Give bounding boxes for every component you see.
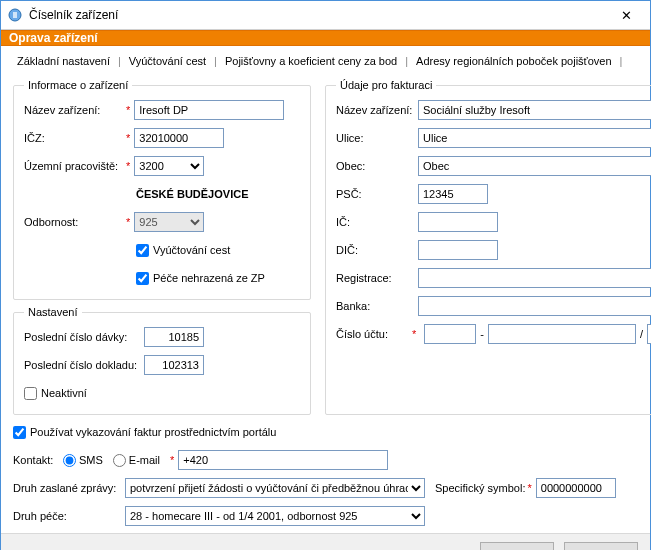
label-dic: DIČ: [336,244,418,256]
tab-vyuctovani-cest[interactable]: Vyúčtování cest [121,52,214,71]
group-legend: Nastavení [24,306,82,318]
tab-adresy-pobocek[interactable]: Adresy regionálních poboček pojišťoven [408,52,620,71]
input-ic[interactable] [418,212,498,232]
input-banka[interactable] [418,296,651,316]
label-posledni-cislo-dokladu: Poslední číslo dokladu: [24,359,144,371]
separator-dash: - [480,328,484,340]
group-udaje-pro-fakturaci: Údaje pro fakturaci Název zařízení: Ulic… [325,79,651,415]
input-registrace[interactable] [418,268,651,288]
app-icon [7,7,23,23]
required-marker: * [126,160,130,172]
checkbox-label: Vyúčtování cest [153,244,230,256]
checkbox-row-pece-nehrazena[interactable]: Péče nehrazená ze ZP [136,272,265,285]
checkbox-label: Používat vykazování faktur prostřednictv… [30,426,276,438]
label-posledni-cislo-davky: Poslední číslo dávky: [24,331,144,343]
checkbox-vykazovani-portal[interactable] [13,426,26,439]
checkbox-row-vyuctovani-cest[interactable]: Vyúčtování cest [136,244,230,257]
label-nazev-zarizeni: Název zařízení: [24,104,124,116]
label-druh-zpravy: Druh zaslané zprávy: [13,482,125,494]
select-druh-zpravy[interactable]: potvrzení přijetí žádosti o vyúčtování č… [125,478,425,498]
label-odbornost: Odbornost: [24,216,124,228]
input-posledni-cislo-dokladu[interactable] [144,355,204,375]
group-legend: Údaje pro fakturaci [336,79,436,91]
checkbox-neaktivni[interactable] [24,387,37,400]
input-nazev-zarizeni-fakt[interactable] [418,100,651,120]
group-legend: Informace o zařízení [24,79,132,91]
input-ucet-cislo[interactable] [488,324,636,344]
window: Číselník zařízení ✕ Oprava zařízení Zákl… [0,0,651,550]
checkbox-label: Neaktivní [41,387,87,399]
titlebar: Číselník zařízení ✕ [1,1,650,30]
label-specificky-symbol: Specifický symbol: [435,482,525,494]
close-icon: ✕ [621,8,632,23]
input-ulice[interactable] [418,128,651,148]
required-marker: * [527,482,531,494]
checkbox-vyuctovani-cest[interactable] [136,244,149,257]
window-title: Číselník zařízení [29,8,606,22]
svg-rect-1 [13,12,17,18]
group-nastaveni: Nastavení Poslední číslo dávky: Poslední… [13,306,311,415]
radio-email-input[interactable] [113,454,126,467]
radio-email[interactable]: E-mail [113,454,160,467]
radio-group-kontakt: SMS E-mail [63,454,160,467]
radio-sms-input[interactable] [63,454,76,467]
content: Informace o zařízení Název zařízení: * I… [1,71,650,533]
storno-button[interactable]: Storno [564,542,638,550]
input-kontakt[interactable] [178,450,388,470]
form-banner-title: Oprava zařízení [9,31,98,45]
radio-sms[interactable]: SMS [63,454,103,467]
checkbox-row-neaktivni[interactable]: Neaktivní [24,387,87,400]
label-obec: Obec: [336,160,418,172]
input-posledni-cislo-davky[interactable] [144,327,204,347]
input-icz[interactable] [134,128,224,148]
group-informace-o-zarizeni: Informace o zařízení Název zařízení: * I… [13,79,311,300]
checkbox-row-vykazovani-portal[interactable]: Používat vykazování faktur prostřednictv… [13,426,276,439]
input-psc[interactable] [418,184,488,204]
tab-strip: Základní nastavení | Vyúčtování cest | P… [1,46,650,71]
required-marker: * [126,132,130,144]
label-icz: IČZ: [24,132,124,144]
input-specificky-symbol[interactable] [536,478,616,498]
select-druh-pece[interactable]: 28 - homecare III - od 1/4 2001, odborno… [125,506,425,526]
label-uzemni-pracoviste: Územní pracoviště: [24,160,124,172]
required-marker: * [126,216,130,228]
required-marker: * [170,454,174,466]
label-ic: IČ: [336,216,418,228]
label-banka: Banka: [336,300,418,312]
label-druh-pece: Druh péče: [13,510,125,522]
form-banner: Oprava zařízení [1,30,650,46]
label-cislo-uctu: Číslo účtu: [336,328,406,340]
label-registrace: Registrace: [336,272,418,284]
tab-separator: | [620,52,623,71]
input-ucet-prefix[interactable] [424,324,476,344]
checkbox-pece-nehrazena[interactable] [136,272,149,285]
button-bar: OK Storno [1,533,650,550]
separator-slash: / [640,328,643,340]
radio-label: E-mail [129,454,160,466]
label-ulice: Ulice: [336,132,418,144]
required-marker: * [412,328,416,340]
tab-pojistovny[interactable]: Pojišťovny a koeficient ceny za bod [217,52,405,71]
label-nazev-zarizeni-fakt: Název zařízení: [336,104,418,116]
label-kontakt: Kontakt: [13,454,63,466]
label-psc: PSČ: [336,188,418,200]
close-button[interactable]: ✕ [606,1,646,29]
select-odbornost[interactable]: 925 [134,212,204,232]
select-obec[interactable]: Obec [418,156,651,176]
select-uzemni-pracoviste[interactable]: 3200 [134,156,204,176]
checkbox-label: Péče nehrazená ze ZP [153,272,265,284]
input-ucet-kod-banky[interactable] [647,324,651,344]
tab-zakladni-nastaveni[interactable]: Základní nastavení [9,52,118,71]
portal-section: Používat vykazování faktur prostřednictv… [13,421,638,527]
ok-button[interactable]: OK [480,542,554,550]
input-nazev-zarizeni[interactable] [134,100,284,120]
label-uzemni-text: ČESKÉ BUDĚJOVICE [136,188,248,200]
required-marker: * [126,104,130,116]
input-dic[interactable] [418,240,498,260]
radio-label: SMS [79,454,103,466]
